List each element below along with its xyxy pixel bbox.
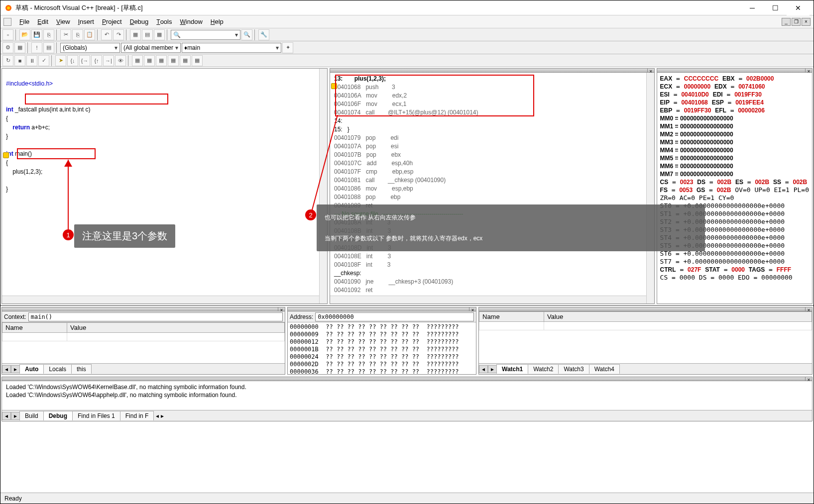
mdi-minimize-button[interactable]: _ xyxy=(782,18,791,26)
tab-debug[interactable]: Debug xyxy=(43,411,73,420)
menu-edit[interactable]: Edit xyxy=(33,17,52,26)
menu-help[interactable]: Help xyxy=(207,17,228,26)
find-icon[interactable]: 🔍 xyxy=(241,29,252,40)
mdi-restore-button[interactable]: ❐ xyxy=(792,18,801,26)
source-code[interactable]: #include<stdio.h> int _fastcall plus(int… xyxy=(2,69,327,204)
watch-grid[interactable]: NameValue xyxy=(479,311,812,363)
pane-close-icon[interactable]: × xyxy=(805,377,812,381)
show-next-icon[interactable]: ➤ xyxy=(55,55,66,66)
tab-watch1[interactable]: Watch1 xyxy=(496,364,528,374)
output-tabs: ◂▸ Build Debug Find in Files 1 Find in F… xyxy=(2,410,812,421)
output-icon[interactable]: ▤ xyxy=(142,29,153,40)
window-list-icon[interactable]: ▦ xyxy=(154,29,165,40)
menu-debug[interactable]: Debug xyxy=(126,17,153,26)
tab-watch2[interactable]: Watch2 xyxy=(528,364,559,374)
tab-nav-right-icon[interactable]: ▸ xyxy=(11,365,20,373)
tab-nav-right-icon[interactable]: ▸ xyxy=(11,412,20,420)
members-combo[interactable]: (All global member xyxy=(121,43,181,53)
apply-icon[interactable]: ✓ xyxy=(38,55,49,66)
highlight-box-3 xyxy=(335,75,534,116)
execute-icon[interactable]: ▤ xyxy=(43,42,54,53)
undo-icon[interactable]: ↶ xyxy=(101,29,112,40)
menu-insert[interactable]: Insert xyxy=(74,17,98,26)
tab-build[interactable]: Build xyxy=(19,411,44,420)
app-icon xyxy=(4,4,12,12)
source-pane: #include<stdio.h> int _fastcall plus(int… xyxy=(1,68,328,304)
address-input[interactable] xyxy=(315,312,474,321)
save-icon[interactable]: 💾 xyxy=(31,29,42,40)
tab-nav-left-icon[interactable]: ◂ xyxy=(2,412,11,420)
scope-combo[interactable]: (Globals) xyxy=(60,43,120,53)
tab-watch4[interactable]: Watch4 xyxy=(589,364,620,374)
break-icon[interactable]: ⏸ xyxy=(26,55,37,66)
paste-icon[interactable]: 📋 xyxy=(84,29,95,40)
tab-findfiles1[interactable]: Find in Files 1 xyxy=(72,411,120,420)
toolbar-wizard: ⚙ ▦ ! ▤ (Globals) (All global member ♦ m… xyxy=(0,41,814,54)
pane-close-icon[interactable]: × xyxy=(647,69,654,72)
close-button[interactable]: ✕ xyxy=(787,0,810,15)
menu-window[interactable]: Window xyxy=(176,17,207,26)
maximize-button[interactable]: ☐ xyxy=(764,0,787,15)
pane-close-icon[interactable]: × xyxy=(278,307,285,311)
memory-icon[interactable]: ▦ xyxy=(168,55,179,66)
asm-vscroll[interactable] xyxy=(646,73,654,303)
copy-icon[interactable]: ⎘ xyxy=(72,29,83,40)
tab-watch3[interactable]: Watch3 xyxy=(558,364,589,374)
open-icon[interactable]: 📂 xyxy=(19,29,30,40)
tool-icon[interactable]: 🔧 xyxy=(258,29,269,40)
watch-icon[interactable]: ▦ xyxy=(132,55,143,66)
tab-locals[interactable]: Locals xyxy=(43,364,72,374)
compile-icon[interactable]: ⚙ xyxy=(2,42,13,53)
step-out-icon[interactable]: {↑ xyxy=(91,55,102,66)
quickwatch-icon[interactable]: 👁 xyxy=(115,55,126,66)
tab-nav-right-icon[interactable]: ▸ xyxy=(488,365,497,373)
statusbar: Ready xyxy=(0,493,814,504)
cut-icon[interactable]: ✂ xyxy=(60,29,71,40)
source-hscroll[interactable] xyxy=(2,296,319,303)
watch-tabs: ◂▸ Watch1 Watch2 Watch3 Watch4 xyxy=(479,363,812,374)
registers-icon[interactable]: ▦ xyxy=(156,55,167,66)
memory-pane: × Address: 00000000 ?? ?? ?? ?? ?? ?? ??… xyxy=(287,307,476,375)
menu-tools[interactable]: Tools xyxy=(152,17,176,26)
stop-build-icon[interactable]: ! xyxy=(31,42,42,53)
tab-findfiles2[interactable]: Find in F xyxy=(120,411,154,420)
mdi-close-button[interactable]: × xyxy=(802,18,811,26)
output-text[interactable]: Loaded 'C:\Windows\SysWOW64\KernelBase.d… xyxy=(2,381,812,410)
pane-close-icon[interactable]: × xyxy=(805,307,812,311)
new-icon[interactable]: ▫ xyxy=(2,29,13,40)
callstack-icon[interactable]: ▦ xyxy=(180,55,191,66)
minimize-button[interactable]: ─ xyxy=(741,0,764,15)
tab-this[interactable]: this xyxy=(71,364,92,374)
menu-file[interactable]: FFileile xyxy=(15,17,33,26)
build-icon[interactable]: ▦ xyxy=(14,42,25,53)
registers-content[interactable]: EAX = CCCCCCCC EBX = 002B0000 ECX = 0000… xyxy=(657,73,812,284)
titlebar: 草稿 - Microsoft Visual C++ [break] - [草稿.… xyxy=(0,0,814,15)
find-combo[interactable]: 🔍 xyxy=(171,30,240,40)
asm-hscroll[interactable] xyxy=(330,296,646,303)
pane-close-icon[interactable]: × xyxy=(805,69,812,72)
function-combo[interactable]: ♦ main xyxy=(182,43,281,53)
menu-project[interactable]: Project xyxy=(98,17,126,26)
workspace-icon[interactable]: ▦ xyxy=(130,29,141,40)
variables-icon[interactable]: ▦ xyxy=(144,55,155,66)
restart-icon[interactable]: ↻ xyxy=(2,55,13,66)
stop-debug-icon[interactable]: ■ xyxy=(14,55,25,66)
redo-icon[interactable]: ↷ xyxy=(113,29,124,40)
memory-dump[interactable]: 00000000 ?? ?? ?? ?? ?? ?? ?? ?? ?? ????… xyxy=(288,322,476,374)
tab-nav-left-icon[interactable]: ◂ xyxy=(2,365,11,373)
highlight-box-1 xyxy=(25,94,168,104)
variables-grid[interactable]: NameValue xyxy=(2,322,285,363)
menu-view[interactable]: View xyxy=(52,17,74,26)
step-over-icon[interactable]: {→ xyxy=(79,55,90,66)
pane-close-icon[interactable]: × xyxy=(469,307,476,311)
mdi-doc-icon xyxy=(3,18,11,26)
saveall-icon[interactable]: ⎘ xyxy=(43,29,54,40)
source-vscroll[interactable] xyxy=(319,69,327,303)
disasm-icon[interactable]: ▦ xyxy=(192,55,203,66)
step-into-icon[interactable]: {↓ xyxy=(67,55,78,66)
run-to-cursor-icon[interactable]: →| xyxy=(103,55,114,66)
context-input[interactable] xyxy=(28,312,283,321)
wand-icon[interactable]: ✦ xyxy=(282,42,293,53)
tab-nav-left-icon[interactable]: ◂ xyxy=(479,365,488,373)
tab-auto[interactable]: Auto xyxy=(19,364,44,374)
